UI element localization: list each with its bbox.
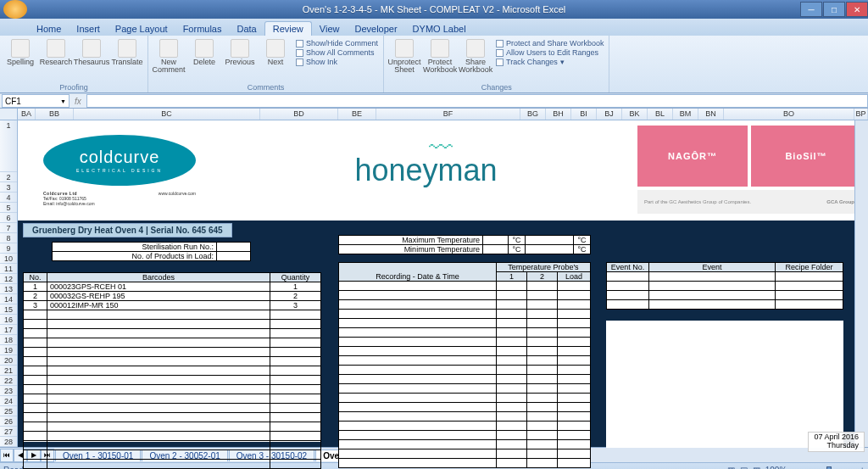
col-ba[interactable]: BA	[18, 109, 36, 120]
row-8[interactable]: 8	[0, 233, 17, 243]
maximize-button[interactable]: □	[823, 2, 845, 17]
white-panel	[606, 321, 843, 448]
window-titlebar: Oven's 1-2-3-4-5 - MK Sheet - COMPLEAT V…	[0, 0, 868, 19]
allow-edit-ranges[interactable]: Allow Users to Edit Ranges	[496, 48, 604, 57]
col-bn[interactable]: BN	[698, 109, 724, 120]
tab-review[interactable]: Review	[264, 21, 312, 36]
view-pagebreak-icon[interactable]: ▧	[753, 466, 760, 469]
row-12[interactable]: 12	[0, 274, 17, 284]
delete-comment-button[interactable]: Delete	[189, 37, 220, 66]
translate-button[interactable]: Translate	[112, 37, 142, 66]
row-headers: 1 2 3 4 5 6 7 8 9 10 11 12 13 14 15 16 1…	[0, 120, 18, 447]
thesaurus-button[interactable]: Thesaurus	[76, 37, 107, 66]
row-21[interactable]: 21	[0, 366, 17, 376]
tab-view[interactable]: View	[312, 22, 348, 36]
minimize-button[interactable]: ─	[800, 2, 822, 17]
protect-workbook-button[interactable]: Protect Workbook	[425, 37, 455, 74]
row-26[interactable]: 26	[0, 416, 17, 427]
temperature-table: Maximum Temperature°C°C Minimum Temperat…	[338, 235, 591, 254]
share-workbook-button[interactable]: Share Workbook	[460, 37, 491, 74]
col-bc[interactable]: BC	[74, 109, 260, 120]
row-17[interactable]: 17	[0, 325, 17, 335]
zoom-in-icon[interactable]: +	[860, 466, 865, 469]
col-bd[interactable]: BD	[260, 109, 338, 120]
tab-page-layout[interactable]: Page Layout	[108, 22, 175, 36]
row-9[interactable]: 9	[0, 243, 17, 254]
row-4[interactable]: 4	[0, 193, 17, 203]
row-6[interactable]: 6	[0, 213, 17, 223]
col-bh[interactable]: BH	[546, 109, 571, 120]
select-all-cell[interactable]	[0, 109, 18, 120]
tab-home[interactable]: Home	[29, 22, 69, 36]
tab-insert[interactable]: Insert	[69, 22, 108, 36]
show-hide-comment[interactable]: Show/Hide Comment	[296, 39, 378, 47]
row-7[interactable]: 7	[0, 223, 17, 233]
fx-icon[interactable]: fx	[70, 97, 86, 106]
formula-input[interactable]	[86, 94, 868, 108]
zoom-out-icon[interactable]: −	[792, 466, 797, 469]
protect-share-workbook[interactable]: Protect and Share Workbook	[496, 39, 604, 47]
col-bl[interactable]: BL	[648, 109, 673, 120]
col-bp[interactable]: BP	[854, 109, 868, 120]
window-title: Oven's 1-2-3-4-5 - MK Sheet - COMPLEAT V…	[303, 4, 565, 14]
tab-nav-first[interactable]: ⏮	[0, 449, 14, 462]
worksheet[interactable]: coldcurveELECTRICAL DESIGN Coldcurve Ltd…	[18, 120, 868, 447]
row-1[interactable]: 1	[0, 120, 17, 172]
row-5[interactable]: 5	[0, 203, 17, 213]
row-14[interactable]: 14	[0, 294, 17, 304]
system-clock: 07 April 2016 Thursday	[808, 432, 865, 452]
ribbon: Spelling Research Thesaurus Translate Pr…	[0, 36, 868, 93]
row-24[interactable]: 24	[0, 396, 17, 406]
zoom-level[interactable]: 100%	[765, 466, 787, 469]
new-comment-button[interactable]: New Comment	[153, 37, 184, 74]
group-label-changes: Changes	[389, 83, 604, 92]
tab-data[interactable]: Data	[229, 22, 264, 36]
office-button[interactable]	[3, 0, 27, 19]
row-23[interactable]: 23	[0, 386, 17, 396]
col-bk[interactable]: BK	[622, 109, 648, 120]
view-normal-icon[interactable]: ▦	[727, 466, 735, 469]
view-layout-icon[interactable]: ▤	[740, 466, 748, 469]
row-11[interactable]: 11	[0, 264, 17, 274]
research-button[interactable]: Research	[41, 37, 71, 66]
group-label-proofing: Proofing	[5, 83, 142, 92]
show-all-comments[interactable]: Show All Comments	[296, 48, 378, 57]
row-15[interactable]: 15	[0, 304, 17, 315]
tab-developer[interactable]: Developer	[347, 22, 404, 36]
row-18[interactable]: 18	[0, 335, 17, 345]
zoom-slider[interactable]: − +	[792, 466, 865, 469]
col-bj[interactable]: BJ	[597, 109, 622, 120]
row-3[interactable]: 3	[0, 182, 17, 193]
grid-area: 1 2 3 4 5 6 7 8 9 10 11 12 13 14 15 16 1…	[0, 120, 868, 447]
row-2[interactable]: 2	[0, 172, 17, 182]
col-bo[interactable]: BO	[724, 109, 854, 120]
tab-dymo[interactable]: DYMO Label	[405, 22, 474, 36]
row-25[interactable]: 25	[0, 406, 17, 416]
unprotect-sheet-button[interactable]: Unprotect Sheet	[389, 37, 420, 74]
row-20[interactable]: 20	[0, 355, 17, 366]
col-bb[interactable]: BB	[36, 109, 74, 120]
next-comment-button[interactable]: Next	[260, 37, 291, 66]
col-be[interactable]: BE	[338, 109, 376, 120]
previous-comment-button[interactable]: Previous	[225, 37, 255, 66]
row-16[interactable]: 16	[0, 315, 17, 325]
nagor-logo: NAGÔR™	[637, 126, 748, 187]
row-13[interactable]: 13	[0, 284, 17, 294]
name-box[interactable]: CF1▼	[2, 94, 70, 108]
row-10[interactable]: 10	[0, 254, 17, 264]
row-22[interactable]: 22	[0, 376, 17, 386]
vertical-scrollbar[interactable]	[854, 120, 868, 447]
tab-formulas[interactable]: Formulas	[175, 22, 230, 36]
col-bg[interactable]: BG	[520, 109, 546, 120]
row-28[interactable]: 28	[0, 437, 17, 447]
close-button[interactable]: ✕	[846, 2, 868, 17]
row-27[interactable]: 27	[0, 427, 17, 437]
col-bm[interactable]: BM	[673, 109, 698, 120]
col-bf[interactable]: BF	[376, 109, 520, 120]
recording-table: Recording - Date & TimeTemperature Probe…	[338, 262, 591, 468]
col-bi[interactable]: BI	[571, 109, 597, 120]
row-19[interactable]: 19	[0, 345, 17, 355]
track-changes[interactable]: Track Changes ▾	[496, 58, 604, 66]
spelling-button[interactable]: Spelling	[5, 37, 36, 66]
show-ink[interactable]: Show Ink	[296, 58, 378, 66]
